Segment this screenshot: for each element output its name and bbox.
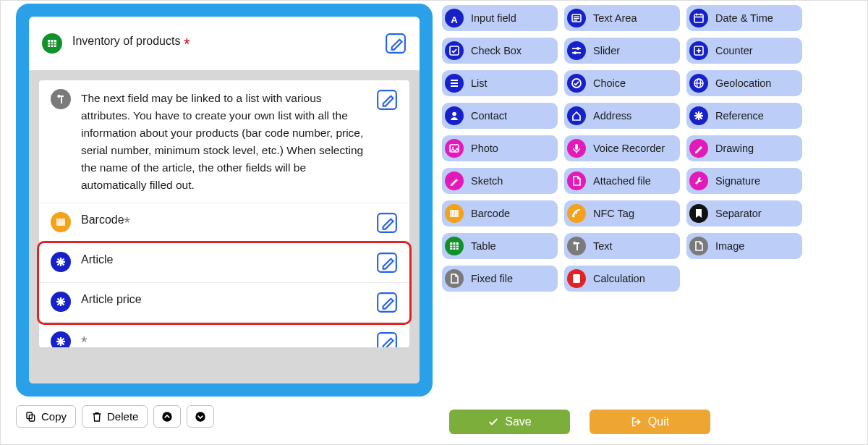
palette-item[interactable]: List — [442, 70, 558, 96]
edit-field-button[interactable] — [376, 252, 398, 274]
table-icon — [42, 33, 62, 54]
move-up-button[interactable] — [153, 405, 181, 428]
field-row[interactable]: The next field may be linked to a list w… — [39, 80, 409, 203]
palette-item[interactable]: Counter — [686, 38, 802, 64]
palette-item[interactable]: Drawing — [686, 135, 802, 161]
edit-field-button[interactable] — [376, 212, 398, 234]
palette-item-label: Check Box — [471, 45, 522, 56]
palette-item-label: Date & Time — [715, 12, 773, 24]
palette-item[interactable]: Check Box — [442, 38, 558, 64]
quit-label: Quit — [648, 415, 669, 428]
letter-a-icon — [445, 9, 464, 27]
edit-field-button[interactable] — [376, 292, 398, 313]
globe-icon — [689, 74, 708, 93]
save-button[interactable]: Save — [449, 410, 570, 434]
palette-item-label: Separator — [715, 208, 762, 219]
palette-item[interactable]: Fixed file — [442, 266, 558, 292]
palette-item-label: Slider — [593, 45, 620, 56]
palette-item-label: Sketch — [471, 175, 503, 187]
palette-item[interactable]: Geolocation — [686, 70, 802, 96]
form-toolbar: Copy Delete — [16, 405, 433, 428]
palette-item[interactable]: Text — [564, 233, 680, 259]
palette-item-label: Geolocation — [715, 77, 771, 89]
choice-icon — [567, 74, 586, 93]
palette-item[interactable]: Photo — [442, 135, 558, 161]
wrench-icon — [689, 171, 708, 190]
field-row[interactable]: Article price — [39, 283, 409, 323]
field-row[interactable]: Article — [39, 243, 409, 283]
field-description: The next field may be linked to a list w… — [81, 89, 370, 194]
palette-item-label: Choice — [593, 77, 626, 89]
palette-item-label: Barcode — [471, 208, 510, 219]
field-row[interactable]: Barcode* — [39, 203, 409, 243]
person-icon — [445, 106, 464, 125]
list-icon — [445, 74, 464, 93]
mic-icon — [567, 139, 586, 158]
field-label: Barcode* — [81, 212, 370, 232]
form-body: The next field may be linked to a list w… — [29, 70, 420, 383]
palette-item[interactable]: Text Area — [564, 5, 680, 31]
palette-item-label: Text — [593, 240, 613, 252]
edit-form-title-button[interactable] — [385, 33, 407, 54]
palette-item[interactable]: Choice — [564, 70, 680, 96]
palette-item-label: Text Area — [593, 12, 637, 24]
palette-item-label: Reference — [715, 110, 764, 122]
calc-icon — [567, 269, 586, 288]
palette-item[interactable]: Signature — [686, 168, 802, 194]
component-palette: Input fieldText AreaDate & TimeCheck Box… — [442, 5, 861, 292]
table-fill-icon — [445, 237, 464, 255]
palette-item[interactable]: Image — [686, 233, 802, 259]
palette-item[interactable]: Table — [442, 233, 558, 259]
palette-item-label: Contact — [471, 110, 507, 122]
asterisk-icon — [51, 252, 71, 272]
optional-mark: * — [124, 213, 131, 232]
palette-item[interactable]: Voice Recorder — [564, 135, 680, 161]
edit-field-button[interactable] — [376, 89, 398, 111]
palette-item-label: Counter — [715, 45, 753, 56]
checkbox-icon — [445, 41, 464, 60]
asterisk-icon — [51, 292, 71, 312]
field-label: Article — [81, 252, 370, 266]
required-mark: * — [184, 35, 190, 53]
palette-item[interactable]: Input field — [442, 5, 558, 31]
palette-item[interactable]: Reference — [686, 103, 802, 129]
save-label: Save — [505, 415, 531, 428]
palette-item-label: Table — [471, 240, 496, 252]
palette-item[interactable]: Calculation — [564, 266, 680, 292]
calendar-icon — [689, 9, 708, 27]
form-preview-frame: Inventory of products * The next field m… — [16, 4, 433, 397]
palette-item[interactable]: Date & Time — [686, 5, 802, 31]
file-icon — [445, 269, 464, 288]
file-icon — [689, 237, 708, 255]
palette-item-label: Image — [715, 240, 744, 252]
palette-item-label: NFC Tag — [593, 208, 634, 219]
asterisk-icon — [689, 106, 708, 125]
move-down-button[interactable] — [187, 405, 214, 428]
palette-item[interactable]: Sketch — [442, 168, 558, 194]
palette-item[interactable]: Address — [564, 103, 680, 129]
palette-item-label: Drawing — [715, 143, 754, 154]
pencil-icon — [689, 139, 708, 158]
palette-item[interactable]: Separator — [686, 200, 802, 226]
palette-item[interactable]: Contact — [442, 103, 558, 129]
palette-item-label: Fixed file — [471, 273, 513, 284]
palette-item[interactable]: Slider — [564, 38, 680, 64]
plus-box-icon — [689, 41, 708, 60]
paragraph-icon — [567, 237, 586, 255]
barcode-icon — [445, 204, 464, 223]
copy-button[interactable]: Copy — [16, 405, 76, 428]
pencil-icon — [445, 171, 464, 190]
form-title-row: Inventory of products * — [29, 17, 420, 70]
field-row[interactable]: * — [39, 323, 409, 347]
bookmark-icon — [689, 204, 708, 223]
palette-item[interactable]: NFC Tag — [564, 200, 680, 226]
quit-button[interactable]: Quit — [590, 410, 710, 434]
image-icon — [445, 139, 464, 158]
palette-item[interactable]: Barcode — [442, 200, 558, 226]
file-icon — [567, 171, 586, 190]
delete-button[interactable]: Delete — [82, 405, 148, 428]
palette-item-label: Photo — [471, 143, 498, 154]
edit-field-button[interactable] — [376, 331, 398, 347]
palette-item[interactable]: Attached file — [564, 168, 680, 194]
rss-icon — [567, 204, 586, 223]
